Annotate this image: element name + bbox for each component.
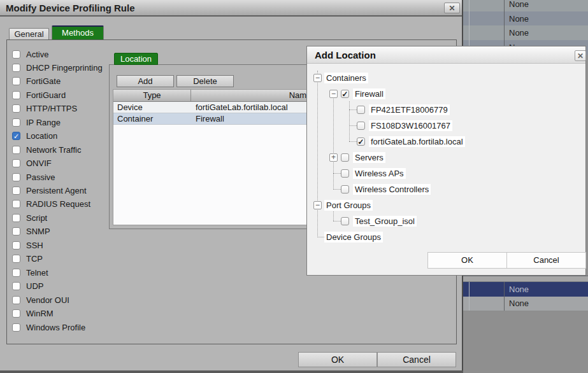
- method-item-ssh[interactable]: SSH: [12, 239, 43, 252]
- tab-general[interactable]: General: [9, 28, 49, 39]
- tree-connector: [349, 125, 357, 126]
- unchecked-checkbox[interactable]: [12, 91, 20, 99]
- method-item-radius-request[interactable]: RADIUS Request: [12, 197, 90, 211]
- tree-node-label[interactable]: Port Groups: [324, 200, 373, 211]
- method-item-script[interactable]: Script: [12, 211, 47, 225]
- checked-checkbox[interactable]: ✓: [357, 137, 365, 146]
- unchecked-checkbox[interactable]: [12, 77, 20, 85]
- tree-node-label[interactable]: FP421ETF18006779: [369, 104, 450, 115]
- delete-button[interactable]: Delete: [176, 75, 234, 87]
- tree-node-label[interactable]: Firewall: [353, 88, 385, 99]
- unchecked-checkbox[interactable]: [12, 200, 20, 208]
- unchecked-checkbox[interactable]: [12, 269, 20, 277]
- ok-button[interactable]: OK: [298, 352, 377, 367]
- unchecked-checkbox[interactable]: [12, 241, 20, 250]
- method-item-telnet[interactable]: Telnet: [12, 266, 48, 279]
- method-item-active[interactable]: Active: [12, 48, 48, 61]
- unchecked-checkbox[interactable]: [12, 173, 20, 181]
- minus-expander-icon[interactable]: −: [329, 90, 338, 98]
- method-label: DHCP Fingerprinting: [26, 63, 103, 73]
- unchecked-checkbox[interactable]: [12, 104, 20, 113]
- method-item-passive[interactable]: Passive: [12, 171, 55, 184]
- tree-node-label[interactable]: fortiGateLab.fortilab.local: [369, 136, 465, 147]
- method-item-location[interactable]: ✓Location: [12, 129, 57, 143]
- table-row[interactable]: None: [463, 11, 588, 26]
- table-cell-value: None: [505, 0, 529, 9]
- modal-title: Add Location: [307, 50, 376, 60]
- method-label: HTTP/HTTPS: [26, 104, 77, 113]
- unchecked-checkbox[interactable]: [12, 323, 20, 332]
- tree-node-port-groups: −Port Groups: [307, 197, 587, 213]
- method-item-udp[interactable]: UDP: [12, 279, 43, 293]
- tab-location[interactable]: Location: [114, 53, 158, 65]
- add-button[interactable]: Add: [117, 75, 174, 87]
- unchecked-checkbox[interactable]: [12, 118, 20, 127]
- method-item-windows-profile[interactable]: Windows Profile: [12, 321, 85, 334]
- table-row[interactable]: None: [463, 282, 588, 297]
- unchecked-checkbox[interactable]: [12, 255, 20, 263]
- unchecked-checkbox[interactable]: [12, 186, 20, 195]
- tree-node-label[interactable]: Containers: [324, 73, 368, 83]
- tree-node-servers: +Servers: [307, 150, 587, 165]
- method-label: Network Traffic: [26, 145, 81, 155]
- tree-node-label[interactable]: Test_Group_isol: [353, 216, 417, 227]
- table-row[interactable]: None: [463, 297, 588, 311]
- unchecked-checkbox[interactable]: [12, 214, 20, 222]
- tree-node-label[interactable]: Servers: [353, 152, 385, 163]
- method-item-winrm[interactable]: WinRM: [12, 307, 54, 320]
- method-label: TCP: [26, 254, 43, 264]
- method-item-snmp[interactable]: SNMP: [12, 225, 50, 238]
- unchecked-checkbox[interactable]: [12, 50, 20, 59]
- minus-expander-icon[interactable]: −: [313, 74, 322, 82]
- tree-node-label[interactable]: Device Groups: [324, 232, 383, 243]
- unchecked-checkbox[interactable]: [12, 159, 20, 167]
- checked-checkbox[interactable]: ✓: [12, 132, 20, 140]
- modal-cancel-button[interactable]: Cancel: [506, 252, 586, 269]
- unchecked-checkbox[interactable]: [357, 122, 365, 130]
- table-row[interactable]: None: [463, 0, 588, 11]
- method-label: UDP: [26, 281, 43, 291]
- unchecked-checkbox[interactable]: [12, 146, 20, 154]
- minus-expander-icon[interactable]: −: [313, 201, 322, 209]
- unchecked-checkbox[interactable]: [12, 309, 20, 318]
- plus-expander-icon[interactable]: +: [329, 153, 338, 162]
- method-item-dhcp-fingerprinting[interactable]: DHCP Fingerprinting: [12, 61, 103, 74]
- checked-checkbox[interactable]: ✓: [341, 90, 349, 98]
- dialog-close-icon[interactable]: ✕: [444, 3, 460, 13]
- method-item-http-https[interactable]: HTTP/HTTPS: [12, 102, 77, 115]
- unchecked-checkbox[interactable]: [341, 217, 349, 225]
- table-row[interactable]: None: [463, 25, 588, 40]
- unchecked-checkbox[interactable]: [12, 282, 20, 290]
- method-item-network-traffic[interactable]: Network Traffic: [12, 143, 81, 157]
- modal-ok-button[interactable]: OK: [427, 252, 507, 269]
- table-cell-value: None: [505, 299, 529, 308]
- method-item-fortigate[interactable]: FortiGate: [12, 74, 61, 88]
- unchecked-checkbox[interactable]: [12, 227, 20, 236]
- unchecked-checkbox[interactable]: [341, 153, 349, 162]
- tree-node-label[interactable]: Wireless APs: [353, 168, 406, 179]
- method-item-onvif[interactable]: ONVIF: [12, 157, 52, 170]
- table-cell: [463, 11, 470, 26]
- unchecked-checkbox[interactable]: [12, 64, 20, 72]
- tree-node-label[interactable]: FS108D3W16001767: [369, 120, 452, 131]
- method-item-fortiguard[interactable]: FortiGuard: [12, 88, 66, 102]
- method-item-tcp[interactable]: TCP: [12, 252, 43, 265]
- column-header-type[interactable]: Type: [113, 90, 191, 101]
- method-label: ONVIF: [26, 158, 52, 168]
- method-label: Persistent Agent: [26, 186, 87, 195]
- method-item-ip-range[interactable]: IP Range: [12, 116, 61, 129]
- table-cell: [470, 25, 505, 40]
- dialog-bottom-edge: [0, 370, 463, 373]
- method-item-vendor-oui[interactable]: Vendor OUI: [12, 293, 69, 307]
- unchecked-checkbox[interactable]: [341, 169, 349, 178]
- tab-methods[interactable]: Methods: [52, 25, 104, 39]
- method-item-persistent-agent[interactable]: Persistent Agent: [12, 184, 87, 197]
- table-cell: [470, 11, 505, 26]
- tree-node-wireless-aps: Wireless APs: [307, 165, 587, 181]
- modal-close-icon[interactable]: ✕: [575, 50, 586, 61]
- tree-node-label[interactable]: Wireless Controllers: [353, 184, 431, 195]
- cancel-button[interactable]: Cancel: [377, 352, 456, 367]
- unchecked-checkbox[interactable]: [12, 296, 20, 304]
- unchecked-checkbox[interactable]: [341, 185, 349, 194]
- unchecked-checkbox[interactable]: [357, 106, 365, 114]
